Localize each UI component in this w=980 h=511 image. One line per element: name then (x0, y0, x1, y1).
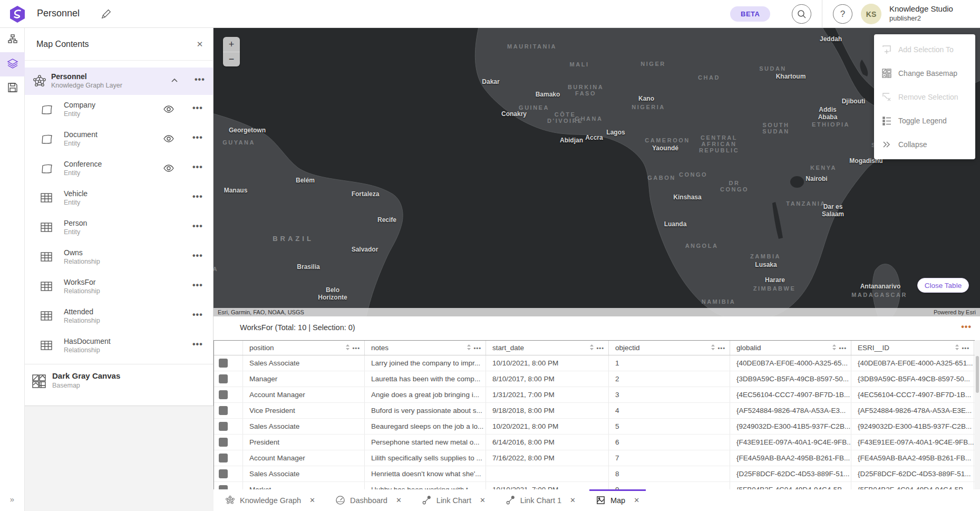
column-options-icon[interactable]: ••• (962, 345, 969, 351)
rail-item-save[interactable] (0, 76, 25, 101)
graph-tab-icon (225, 495, 235, 505)
row-checkbox[interactable] (219, 406, 228, 415)
tab-label: Dashboard (350, 496, 387, 505)
row-checkbox[interactable] (219, 422, 228, 431)
layer-title: Conference (64, 160, 102, 168)
layer-options-icon[interactable]: ••• (192, 162, 203, 172)
row-checkbox[interactable] (219, 390, 228, 399)
basemap-item[interactable]: Dark Gray Canvas Basemap (25, 365, 213, 398)
layer-group-personnel[interactable]: Personnel Knowledge Graph Layer ••• (25, 68, 213, 95)
row-checkbox[interactable] (219, 359, 228, 368)
layer-options-icon[interactable]: ••• (192, 192, 203, 201)
sort-icon[interactable] (832, 344, 837, 352)
row-checkbox[interactable] (219, 438, 228, 447)
zoom-in-button[interactable]: + (223, 37, 240, 52)
sort-icon[interactable] (955, 344, 959, 352)
menu-item-label: Remove Selection (898, 93, 958, 101)
menu-item-change-basemap[interactable]: Change Basemap (874, 61, 975, 85)
sort-icon[interactable] (711, 344, 715, 352)
tab-close-icon[interactable]: ✕ (634, 496, 639, 504)
layer-options-icon[interactable]: ••• (192, 310, 203, 320)
menu-item-collapse[interactable]: Collapse (874, 132, 975, 156)
tab-close-icon[interactable]: ✕ (570, 496, 576, 504)
visibility-eye-icon[interactable] (163, 103, 176, 116)
cell-esri_id: {F43E91EE-097A-40A1-9C4E-9FB... (851, 435, 974, 450)
map-view[interactable]: MAURITANIAMALINIGERSUDANCHADBURKINA FASO… (214, 28, 980, 316)
table-row: Sales AssociateHenrietta doesn't know wh… (214, 466, 975, 482)
table-scrollbar[interactable] (975, 340, 980, 489)
layer-item-document[interactable]: DocumentEntity••• (25, 124, 213, 154)
visibility-eye-icon[interactable] (163, 162, 176, 175)
tab-knowledge-graph[interactable]: Knowledge Graph✕ (221, 489, 319, 511)
rail-item-data-model[interactable] (0, 28, 25, 52)
table-scrollbar-thumb[interactable] (976, 356, 979, 393)
help-button[interactable]: ? (833, 4, 852, 24)
edit-title-icon[interactable] (100, 8, 112, 20)
layer-item-person[interactable]: PersonEntity••• (25, 213, 213, 243)
layer-item-worksfor[interactable]: WorksForRelationship••• (25, 272, 213, 302)
menu-item-toggle-legend[interactable]: Toggle Legend (874, 109, 975, 132)
column-header-position[interactable]: position••• (243, 341, 365, 355)
column-header-esri_id[interactable]: ESRI__ID••• (851, 341, 974, 355)
avatar[interactable]: KS (861, 4, 881, 24)
expand-rail-button[interactable]: » (0, 491, 25, 507)
layer-item-owns[interactable]: OwnsRelationship••• (25, 243, 213, 272)
tab-link-chart-1[interactable]: Link Chart 1✕ (501, 489, 580, 511)
column-header-objectid[interactable]: objectid••• (609, 341, 730, 355)
column-header-globalid[interactable]: globalid••• (730, 341, 851, 355)
header-divider (822, 0, 822, 28)
tab-map[interactable]: Map✕ (591, 489, 644, 511)
layer-item-hasdocument[interactable]: HasDocumentRelationship••• (25, 331, 213, 361)
layer-type: Relationship (64, 258, 100, 265)
layer-options-icon[interactable]: ••• (192, 103, 203, 113)
column-header-notes[interactable]: notes••• (365, 341, 486, 355)
column-options-icon[interactable]: ••• (473, 345, 481, 351)
collapse-group-icon[interactable] (170, 76, 179, 85)
cell-objectid: 6 (609, 435, 730, 450)
tab-close-icon[interactable]: ✕ (309, 496, 315, 504)
row-checkbox[interactable] (219, 454, 228, 462)
layer-options-icon[interactable]: ••• (192, 221, 203, 231)
cell-objectid: 4 (609, 403, 730, 418)
row-checkbox-cell (214, 387, 243, 402)
layer-options-icon[interactable]: ••• (192, 340, 203, 349)
rail-item-layers[interactable] (0, 52, 25, 76)
layer-item-company[interactable]: CompanyEntity••• (25, 95, 213, 124)
layer-group-options-icon[interactable]: ••• (195, 75, 205, 84)
tab-close-icon[interactable]: ✕ (396, 496, 402, 504)
cell-position: Market... (243, 482, 365, 489)
polygon-layer-icon (40, 102, 54, 117)
column-options-icon[interactable]: ••• (352, 345, 360, 351)
close-panel-icon[interactable]: ✕ (194, 38, 206, 50)
column-options-icon[interactable]: ••• (839, 345, 847, 351)
layer-item-vehicle[interactable]: VehicleEntity••• (25, 184, 213, 213)
cell-position: President (243, 435, 365, 450)
table-row: Account ManagerLilith specifically sells… (214, 450, 975, 466)
tab-close-icon[interactable]: ✕ (480, 496, 486, 504)
zoom-out-button[interactable]: − (223, 52, 240, 66)
cell-start_date (486, 466, 609, 481)
layer-options-icon[interactable]: ••• (192, 281, 203, 290)
tab-dashboard[interactable]: Dashboard✕ (331, 489, 406, 511)
cell-notes: Lilith specifically sells supplies to ..… (365, 450, 486, 466)
sort-icon[interactable] (467, 344, 471, 352)
layer-options-icon[interactable]: ••• (192, 251, 203, 261)
row-checkbox[interactable] (219, 469, 228, 478)
layer-item-conference[interactable]: ConferenceEntity••• (25, 154, 213, 184)
layer-options-icon[interactable]: ••• (192, 133, 203, 142)
sort-icon[interactable] (345, 344, 350, 352)
layer-item-attended[interactable]: AttendedRelationship••• (25, 302, 213, 331)
data-model-icon (7, 34, 18, 46)
column-options-icon[interactable]: ••• (717, 345, 725, 351)
visibility-eye-icon[interactable] (163, 133, 176, 146)
row-checkbox[interactable] (219, 374, 228, 383)
sort-icon[interactable] (589, 344, 594, 352)
column-options-icon[interactable]: ••• (596, 345, 604, 351)
close-table-button[interactable]: Close Table (917, 278, 969, 293)
tab-link-chart[interactable]: Link Chart✕ (418, 489, 490, 511)
row-checkbox[interactable] (219, 485, 228, 489)
cell-start_date: 10/10/2021, 7:00 PM (486, 482, 609, 489)
search-button[interactable] (792, 4, 811, 24)
table-options-icon[interactable]: ••• (961, 322, 972, 332)
column-header-start_date[interactable]: start_date••• (486, 341, 609, 355)
